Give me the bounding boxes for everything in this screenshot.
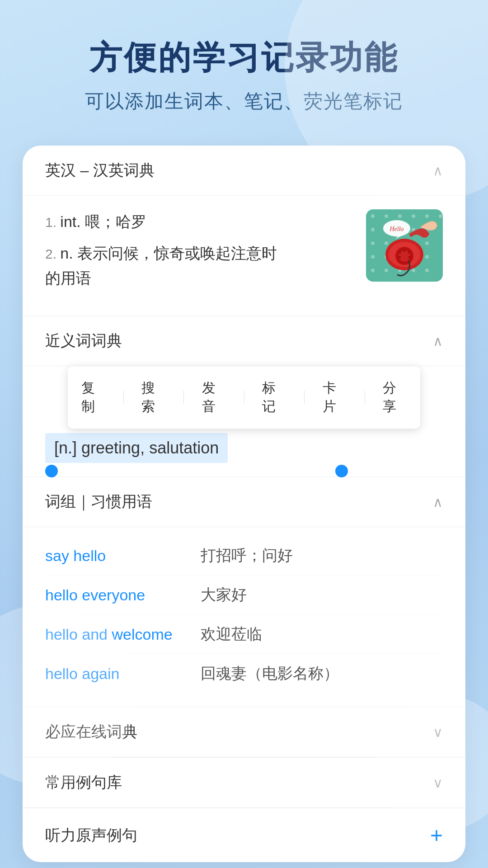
context-menu-card[interactable]: 卡片 bbox=[323, 375, 347, 420]
phrase-item-2[interactable]: hello everyone 大家好 bbox=[45, 576, 443, 615]
selected-text-content[interactable]: [n.] greeting, salutation bbox=[45, 433, 228, 463]
context-menu-mark[interactable]: 标记 bbox=[262, 375, 286, 420]
page-title: 方便的学习记录功能 bbox=[27, 36, 461, 80]
svg-point-1 bbox=[371, 214, 375, 218]
example-sentences-section-header[interactable]: 常用例句库 ∨ bbox=[23, 758, 465, 808]
online-dict-section-header[interactable]: 必应在线词典 ∨ bbox=[23, 707, 465, 757]
svg-point-7 bbox=[371, 228, 375, 231]
svg-point-12 bbox=[371, 241, 375, 245]
phrase-english-3: hello and welcome bbox=[45, 626, 190, 643]
phrase-item-4[interactable]: hello again 回魂妻（电影名称） bbox=[45, 654, 443, 693]
audio-examples-header[interactable]: 听力原声例句 + bbox=[23, 808, 465, 862]
phrase-item-1[interactable]: say hello 打招呼；问好 bbox=[45, 536, 443, 576]
dictionary-content: 1. int. 喂；哈罗 2. n. 表示问候，惊奇或唤起注意时的用语 bbox=[23, 196, 465, 316]
svg-point-35 bbox=[398, 256, 401, 259]
phrases-section-title: 词组｜习惯用语 bbox=[45, 491, 152, 512]
phrase-chinese-2: 大家好 bbox=[201, 585, 247, 605]
selection-handle-left bbox=[45, 465, 58, 477]
phrase-item-3[interactable]: hello and welcome 欢迎莅临 bbox=[45, 615, 443, 654]
phrases-section-header[interactable]: 词组｜习惯用语 ∧ bbox=[23, 477, 465, 527]
context-menu-search[interactable]: 搜索 bbox=[141, 375, 165, 420]
phrase-chinese-4: 回魂妻（电影名称） bbox=[201, 663, 339, 684]
hello-illustration: Hello bbox=[366, 209, 443, 282]
svg-point-13 bbox=[385, 241, 388, 245]
svg-point-34 bbox=[399, 251, 401, 254]
phrases-chevron-up-icon: ∧ bbox=[433, 494, 443, 510]
main-card: 英汉 – 汉英词典 ∧ 1. int. 喂；哈罗 2. n. 表示问候，惊奇或唤… bbox=[23, 146, 465, 862]
svg-point-3 bbox=[398, 214, 402, 218]
menu-separator-5 bbox=[365, 391, 365, 404]
menu-separator-1 bbox=[123, 391, 124, 404]
add-icon[interactable]: + bbox=[430, 823, 443, 848]
svg-point-16 bbox=[425, 241, 429, 245]
audio-examples-title: 听力原声例句 bbox=[45, 825, 137, 846]
svg-point-22 bbox=[371, 269, 375, 272]
phrase-chinese-1: 打招呼；问好 bbox=[201, 545, 293, 566]
online-dict-section: 必应在线词典 ∨ bbox=[23, 707, 465, 758]
phrase-english-4: hello again bbox=[45, 665, 190, 683]
menu-separator-4 bbox=[304, 391, 305, 404]
page-subtitle: 可以添加生词本、笔记、荧光笔标记 bbox=[27, 89, 461, 114]
svg-point-31 bbox=[403, 249, 406, 252]
svg-text:Hello: Hello bbox=[389, 226, 404, 232]
svg-point-32 bbox=[408, 251, 410, 254]
svg-point-4 bbox=[412, 214, 415, 218]
online-dict-chevron-down-icon: ∨ bbox=[433, 724, 443, 740]
context-menu-pronounce[interactable]: 发音 bbox=[202, 375, 226, 420]
phrases-section: 词组｜习惯用语 ∧ say hello 打招呼；问好 hello everyon… bbox=[23, 477, 465, 707]
svg-point-23 bbox=[385, 269, 388, 272]
svg-point-5 bbox=[425, 214, 429, 218]
example-sentences-section-title: 常用例句库 bbox=[45, 772, 122, 793]
context-menu-copy[interactable]: 复制 bbox=[81, 375, 105, 420]
menu-separator-3 bbox=[244, 391, 244, 404]
svg-point-2 bbox=[385, 214, 388, 218]
selected-text-area: [n.] greeting, salutation bbox=[23, 424, 465, 476]
svg-point-33 bbox=[408, 256, 411, 259]
dict-definition-1: 1. int. 喂；哈罗 bbox=[45, 209, 352, 234]
audio-examples-section: 听力原声例句 + bbox=[23, 808, 465, 862]
dictionary-definitions: 1. int. 喂；哈罗 2. n. 表示问候，惊奇或唤起注意时的用语 bbox=[45, 209, 366, 297]
context-menu-share[interactable]: 分享 bbox=[383, 375, 407, 420]
synonyms-chevron-up-icon: ∧ bbox=[433, 333, 443, 349]
header: 方便的学习记录功能 可以添加生词本、笔记、荧光笔标记 bbox=[0, 0, 488, 132]
telephone-svg: Hello bbox=[366, 209, 443, 282]
svg-point-6 bbox=[439, 214, 442, 218]
dictionary-section-title: 英汉 – 汉英词典 bbox=[45, 160, 155, 181]
synonyms-section-title: 近义词词典 bbox=[45, 330, 122, 351]
menu-separator-2 bbox=[183, 391, 184, 404]
selection-handle-right bbox=[335, 465, 348, 477]
svg-point-25 bbox=[412, 269, 415, 272]
phrases-content: say hello 打招呼；问好 hello everyone 大家好 hell… bbox=[23, 527, 465, 707]
example-sentences-chevron-down-icon: ∨ bbox=[433, 775, 443, 791]
dict-definition-2: 2. n. 表示问候，惊奇或唤起注意时的用语 bbox=[45, 241, 352, 290]
phrase-english-1: say hello bbox=[45, 547, 190, 565]
context-menu: 复制 搜索 发音 标记 卡片 分享 bbox=[68, 366, 420, 429]
online-dict-section-title: 必应在线词典 bbox=[45, 722, 137, 742]
svg-point-21 bbox=[425, 255, 429, 259]
phrase-english-2: hello everyone bbox=[45, 586, 190, 604]
example-sentences-section: 常用例句库 ∨ bbox=[23, 758, 465, 808]
dictionary-chevron-up-icon: ∧ bbox=[433, 163, 443, 179]
phrase-chinese-3: 欢迎莅临 bbox=[201, 624, 262, 645]
synonyms-section: 近义词词典 ∧ 复制 搜索 发音 标记 卡片 分享 [n.] greeting,… bbox=[23, 316, 465, 477]
svg-point-26 bbox=[425, 269, 429, 272]
dictionary-section-header[interactable]: 英汉 – 汉英词典 ∧ bbox=[23, 146, 465, 196]
svg-point-17 bbox=[371, 255, 375, 259]
synonyms-section-header[interactable]: 近义词词典 ∧ bbox=[23, 316, 465, 366]
